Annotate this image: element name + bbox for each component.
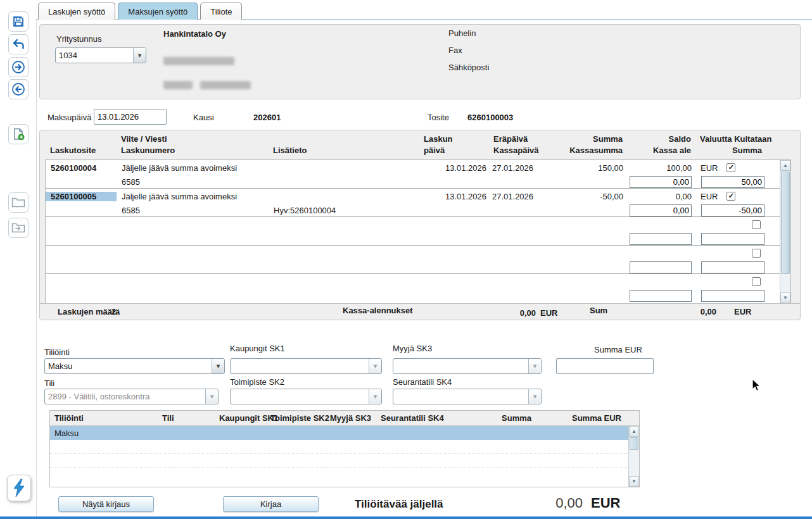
tiliointi-dropdown-arrow-icon[interactable]: ▾: [212, 359, 224, 373]
scroll-thumb[interactable]: [781, 172, 790, 274]
scroll-up-button[interactable]: ▲: [780, 160, 790, 171]
add-folder-button[interactable]: [8, 218, 29, 238]
kausi-label: Kausi: [193, 113, 214, 122]
posting-row-tiliointi: Maksu: [54, 428, 79, 438]
yritystunnus-input[interactable]: [56, 48, 133, 63]
kuitataan-checkbox[interactable]: [726, 192, 735, 201]
tab-tiliote[interactable]: Tiliote: [200, 3, 242, 20]
posting-table-scrollbar[interactable]: ▲ ▼: [628, 426, 639, 487]
cell-valuutta: EUR: [698, 192, 780, 201]
kaupungit-label: Kaupungit SK1: [230, 344, 285, 353]
posting-header-toimipiste: Toimipiste SK2: [270, 413, 329, 423]
tili-input[interactable]: [45, 389, 205, 404]
kassa-ale-input[interactable]: [630, 176, 692, 188]
maksupaiva-input[interactable]: [94, 109, 167, 125]
kuitataan-summa-input[interactable]: [701, 176, 764, 188]
kassa-ale-input[interactable]: [630, 261, 692, 273]
back-button[interactable]: [8, 79, 29, 99]
forward-button[interactable]: [8, 57, 29, 77]
seurantatili-select: ▾: [393, 389, 542, 404]
posting-row[interactable]: Maksu: [50, 426, 628, 440]
tab-laskujen-syotto[interactable]: Laskujen syöttö: [38, 3, 115, 20]
posting-header-summa-eur: Summa EUR: [572, 413, 621, 423]
undo-button[interactable]: [8, 34, 29, 54]
window-accent-line: [0, 516, 812, 519]
myyja-input[interactable]: [393, 359, 528, 373]
scroll-down-button[interactable]: ▼: [629, 476, 639, 487]
tilioitavaa-jaljella-value: 0,00: [532, 495, 583, 511]
toimipiste-input[interactable]: [231, 389, 369, 404]
currency-code: EUR: [701, 192, 718, 201]
sum-label: Sum: [590, 306, 607, 315]
sum-currency: EUR: [734, 307, 751, 316]
kuitataan-summa-input[interactable]: [701, 233, 764, 245]
cell-laskutosite[interactable]: 5260100005: [46, 192, 117, 201]
open-folder-button[interactable]: [8, 192, 29, 213]
tilioitavaa-jaljella-label: Tiliöitävää jäljellä: [355, 498, 443, 511]
tab-bar: Laskujen syöttö Maksujen syöttö Tiliote: [38, 3, 242, 20]
posting-row-empty[interactable]: [50, 454, 628, 468]
table-row-empty[interactable]: [46, 217, 780, 246]
kuitataan-summa-input[interactable]: [701, 261, 764, 273]
tiliointi-select: ▾: [44, 358, 225, 374]
app-logo-button[interactable]: [7, 475, 31, 501]
tab-maksujen-syotto[interactable]: Maksujen syöttö: [118, 3, 198, 20]
posting-row-empty[interactable]: [50, 440, 628, 454]
summa-eur-input[interactable]: [556, 358, 654, 374]
tili-dropdown-arrow-icon[interactable]: ▾: [205, 389, 218, 404]
kaupungit-dropdown-arrow-icon[interactable]: ▾: [369, 359, 381, 373]
kirjaa-button[interactable]: Kirjaa: [223, 496, 319, 512]
seurantatili-dropdown-arrow-icon[interactable]: ▾: [528, 389, 541, 404]
scroll-thumb[interactable]: [630, 437, 638, 450]
table-row[interactable]: 5260100005 Jäljelle jäävä summa avoimeks…: [46, 189, 780, 217]
yritystunnus-label: Yritystunnus: [56, 34, 102, 44]
toimipiste-dropdown-arrow-icon[interactable]: ▾: [369, 389, 381, 404]
tosite-value: 6260100003: [467, 113, 513, 122]
yritystunnus-dropdown-arrow-icon[interactable]: ▾: [133, 48, 146, 63]
tiliointi-input[interactable]: [45, 359, 212, 373]
tosite-label: Tosite: [428, 113, 449, 122]
posting-table: Tiliöinti Tili Kaupungit SK1 Toimipiste …: [49, 410, 640, 487]
invoice-table-footer: Laskujen määrä 2 Kassa-alennukset 0,00 E…: [40, 303, 800, 320]
cell-valuutta: EUR: [698, 163, 780, 173]
cell-viite: Jäljelle jäävä summa avoimeksi: [117, 192, 269, 201]
kaupungit-input[interactable]: [231, 359, 369, 373]
kassa-ale-input[interactable]: [630, 290, 692, 302]
cell-summa: 150,00: [540, 163, 628, 173]
nayta-kirjaus-button[interactable]: Näytä kirjaus: [58, 496, 154, 512]
posting-header-summa: Summa: [502, 413, 531, 423]
scroll-up-button[interactable]: ▲: [629, 426, 639, 437]
kassa-ale-input[interactable]: [630, 204, 692, 216]
tiliointi-label: Tiliöinti: [44, 347, 70, 357]
seurantatili-input[interactable]: [393, 389, 528, 404]
undo-icon: [11, 38, 25, 51]
save-button[interactable]: [8, 11, 29, 32]
myyja-select: ▾: [393, 358, 542, 374]
table-row[interactable]: 5260100004 Jäljelle jäävä summa avoimeks…: [46, 160, 780, 189]
back-icon: [11, 82, 25, 96]
kassa-ale-input[interactable]: [630, 233, 692, 245]
invoice-table: 5260100004 Jäljelle jäävä summa avoimeks…: [45, 159, 791, 304]
kuitataan-checkbox[interactable]: [726, 163, 735, 172]
cell-summa: -50,00: [540, 192, 628, 201]
kuitataan-checkbox[interactable]: [752, 220, 761, 229]
kassa-alennukset-label: Kassa-alennukset: [343, 306, 413, 315]
currency-code: EUR: [701, 163, 718, 173]
table-row-empty[interactable]: [46, 274, 780, 303]
redacted-address-line: [163, 57, 234, 65]
myyja-dropdown-arrow-icon[interactable]: ▾: [528, 359, 541, 373]
kuitataan-summa-input[interactable]: [701, 290, 764, 302]
posting-header-tili: Tili: [162, 413, 174, 423]
cell-laskutosite[interactable]: 5260100004: [46, 163, 117, 173]
company-name: Hankintatalo Oy: [163, 29, 226, 39]
posting-header-seurantatili: Seurantatili SK4: [381, 413, 444, 423]
scroll-down-button[interactable]: ▼: [780, 292, 790, 303]
kuitataan-checkbox[interactable]: [752, 277, 761, 286]
posting-table-header: Tiliöinti Tili Kaupungit SK1 Toimipiste …: [50, 411, 639, 426]
summa-eur-label: Summa EUR: [594, 345, 642, 354]
new-document-button[interactable]: [8, 124, 29, 144]
kuitataan-checkbox[interactable]: [752, 249, 761, 258]
kuitataan-summa-input[interactable]: [701, 204, 764, 216]
table-row-empty[interactable]: [46, 246, 780, 274]
invoice-table-scrollbar[interactable]: ▲ ▼: [780, 160, 790, 303]
